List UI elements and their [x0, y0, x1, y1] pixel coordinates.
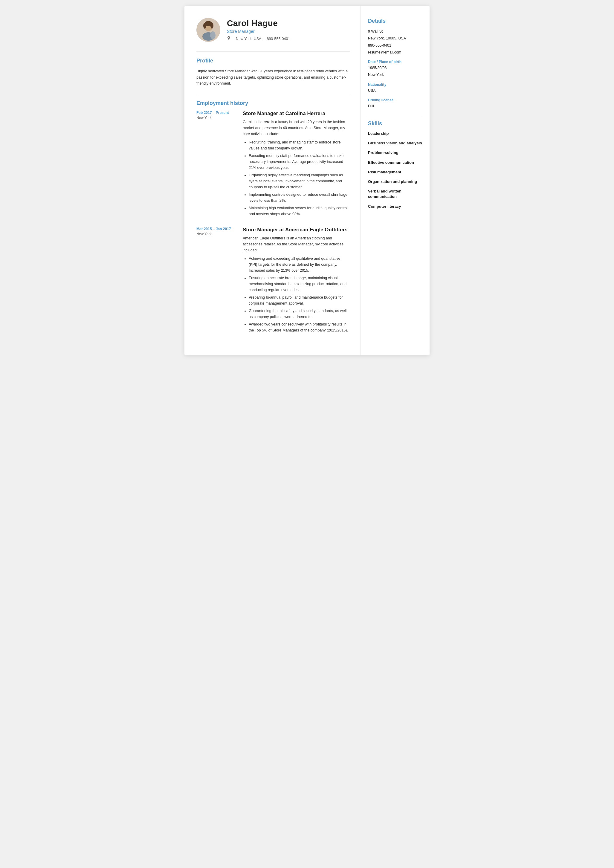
- skill-2: Problem-solving: [368, 150, 422, 155]
- header-info: Carol Hague Store Manager New York, USA …: [227, 19, 350, 41]
- employment-section-title: Employment history: [196, 100, 350, 106]
- svg-point-5: [211, 23, 214, 29]
- contact-line: New York, USA 890-555-0401: [227, 36, 350, 41]
- svg-point-6: [210, 31, 216, 39]
- driving-value: Full: [368, 103, 422, 109]
- bullet-2-2: Ensuring an accurate brand image, mainta…: [249, 275, 350, 293]
- bullet-list-2: Achieving and exceeding all qualitative …: [243, 256, 350, 333]
- skill-0: Leadership: [368, 131, 422, 136]
- candidate-title: Store Manager: [227, 29, 350, 34]
- profile-text: Highly motivated Store Manager with 3+ y…: [196, 68, 350, 87]
- employment-entry-2: Mar 2015 – Jan 2017 New York Store Manag…: [196, 227, 350, 335]
- location-1: New York: [196, 116, 237, 120]
- details-section: Details 9 Wall St New York, 10005, USA 8…: [368, 18, 422, 109]
- sidebar-phone: 890-555-0401: [368, 42, 422, 49]
- entry-body-2: Store Manager at American Eagle Outfitte…: [243, 227, 350, 335]
- resume-container: Carol Hague Store Manager New York, USA …: [185, 6, 429, 355]
- driving-label: Driving license: [368, 98, 422, 102]
- employment-section: Employment history Feb 2017 – Present Ne…: [196, 100, 350, 335]
- bullet-1-3: Organizing highly effective marketing ca…: [249, 172, 350, 190]
- nationality-label: Nationality: [368, 82, 422, 87]
- date-range-2: Mar 2015 – Jan 2017: [196, 227, 237, 231]
- header-divider: [196, 51, 350, 52]
- bullet-2-1: Achieving and exceeding all qualitative …: [249, 256, 350, 273]
- bullet-1-4: Implementing controls designed to reduce…: [249, 192, 350, 203]
- header-section: Carol Hague Store Manager New York, USA …: [196, 18, 350, 42]
- main-content: Carol Hague Store Manager New York, USA …: [185, 6, 361, 355]
- entry-date-1: Feb 2017 – Present New York: [196, 111, 237, 219]
- skill-1: Business vision and analysis: [368, 141, 422, 146]
- job-title-2: Store Manager at American Eagle Outfitte…: [243, 227, 350, 233]
- dob-place: New York: [368, 72, 422, 78]
- sidebar-email: resume@email.com: [368, 49, 422, 56]
- profile-section: Profile Highly motivated Store Manager w…: [196, 58, 350, 87]
- dob-value: 1985/20/03: [368, 65, 422, 71]
- pin-icon: [227, 36, 231, 41]
- job-title-1: Store Manager at Carolina Herrera: [243, 111, 350, 116]
- skill-3: Effective communication: [368, 160, 422, 165]
- profile-divider: [196, 94, 350, 94]
- skill-4: Risk management: [368, 169, 422, 175]
- skills-section: Skills Leadership Business vision and an…: [368, 121, 422, 209]
- skill-5: Organization and planning: [368, 179, 422, 184]
- profile-section-title: Profile: [196, 58, 350, 64]
- bullet-1-5: Maintaining high evaluation scores for a…: [249, 205, 350, 217]
- skill-7: Computer literacy: [368, 204, 422, 209]
- location-2: New York: [196, 232, 237, 236]
- header-location: New York, USA: [236, 37, 261, 41]
- entry-date-2: Mar 2015 – Jan 2017 New York: [196, 227, 237, 335]
- address-line2: New York, 10005, USA: [368, 35, 422, 42]
- job-desc-2: American Eagle Outfitters is an American…: [243, 235, 350, 253]
- bullet-1-2: Executing monthly staff performance eval…: [249, 153, 350, 170]
- bullet-2-3: Preparing bi-annual payroll and maintena…: [249, 294, 350, 306]
- avatar: [196, 18, 220, 42]
- entry-body-1: Store Manager at Carolina Herrera Caroli…: [243, 111, 350, 219]
- nationality-value: USA: [368, 88, 422, 94]
- bullet-2-5: Awarded two years consecutively with pro…: [249, 321, 350, 333]
- bullet-2-4: Guaranteeing that all safety and securit…: [249, 308, 350, 320]
- skill-6: Verbal and written communication: [368, 189, 422, 199]
- svg-point-4: [203, 23, 206, 29]
- bullet-list-1: Recruiting, training, and managing staff…: [243, 139, 350, 217]
- skills-title: Skills: [368, 121, 422, 127]
- address-line1: 9 Wall St: [368, 28, 422, 35]
- job-desc-1: Carolina Herrera is a luxury brand with …: [243, 119, 350, 137]
- candidate-name: Carol Hague: [227, 19, 350, 28]
- date-range-1: Feb 2017 – Present: [196, 111, 237, 115]
- dob-label: Date / Place of birth: [368, 60, 422, 64]
- header-phone: 890-555-0401: [267, 37, 290, 41]
- bullet-1-1: Recruiting, training, and managing staff…: [249, 139, 350, 151]
- employment-entry-1: Feb 2017 – Present New York Store Manage…: [196, 111, 350, 219]
- details-title: Details: [368, 18, 422, 24]
- sidebar: Details 9 Wall St New York, 10005, USA 8…: [361, 6, 429, 355]
